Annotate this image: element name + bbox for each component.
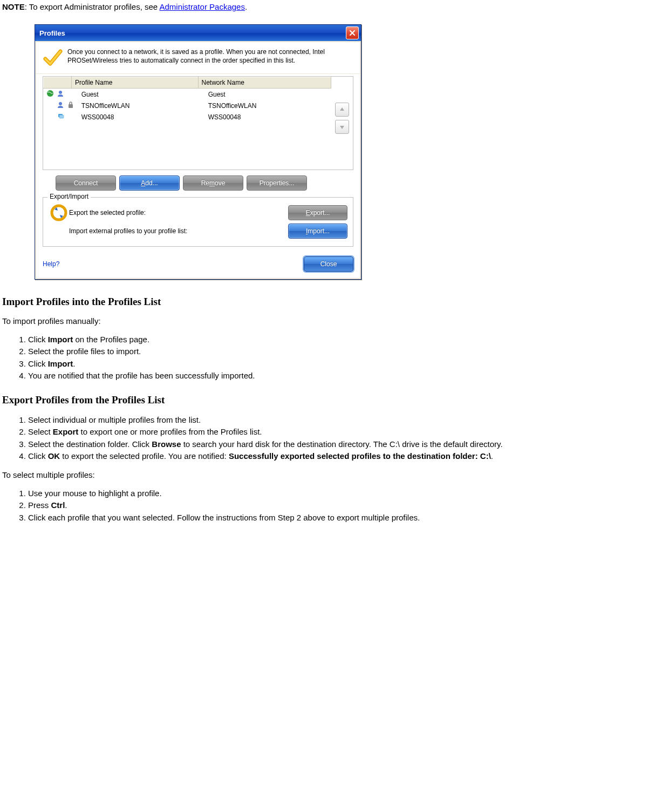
import-intro: To import profiles manually: (2, 316, 655, 326)
help-link[interactable]: Help? (43, 260, 59, 268)
user-icon (57, 91, 64, 99)
connect-button[interactable]: Connect (56, 175, 116, 191)
profiles-table[interactable]: Profile Name Network Name (43, 77, 331, 89)
network-name-cell: TSNOfficeWLAN (205, 100, 331, 111)
user-icon (57, 103, 64, 110)
close-icon[interactable] (346, 26, 359, 39)
profile-name-cell: Guest (78, 89, 205, 100)
network-name-cell: WSS00048 (205, 111, 331, 123)
multi-intro: To select multiple profiles: (2, 470, 655, 479)
import-heading: Import Profiles into the Profiles List (2, 296, 655, 308)
list-item: Use your mouse to highlight a profile. (28, 488, 655, 499)
export-import-group: Export/Import Export the selected profil… (43, 197, 353, 247)
note-text-after: . (245, 2, 247, 11)
table-row[interactable]: TSNOfficeWLAN TSNOfficeWLAN (43, 100, 331, 111)
close-button[interactable]: Close (304, 256, 353, 272)
export-steps: Select individual or multiple profiles f… (2, 415, 655, 462)
export-import-legend: Export/Import (47, 193, 91, 200)
list-item: Click each profile that you want selecte… (28, 512, 655, 523)
list-item: Click OK to export the selected profile.… (28, 451, 655, 462)
network-name-cell: Guest (205, 89, 331, 100)
checkmark-icon (42, 48, 63, 69)
profile-name-cell: TSNOfficeWLAN (78, 100, 205, 111)
table-row[interactable]: WSS00048 WSS00048 (43, 111, 331, 123)
globe-icon (46, 91, 54, 99)
lock-icon (67, 103, 74, 110)
import-label: Import external profiles to your profile… (69, 227, 288, 235)
list-item: Select the destination folder. Click Bro… (28, 439, 655, 450)
svg-rect-3 (69, 104, 73, 108)
add-button[interactable]: Add... (119, 175, 180, 191)
export-heading: Export Profiles from the Profiles List (2, 394, 655, 406)
list-item: You are notified that the profile has be… (28, 370, 655, 381)
col-network-name[interactable]: Network Name (198, 77, 331, 89)
dialog-title: Profiles (39, 29, 65, 37)
note-line: NOTE: To export Administrator profiles, … (2, 2, 655, 11)
export-label: Export the selected profile: (69, 209, 288, 216)
svg-point-6 (52, 206, 66, 220)
list-item: Select Export to export one or more prof… (28, 427, 655, 437)
note-text-before: : To export Administrator profiles, see (25, 2, 160, 11)
table-row[interactable]: Guest Guest (43, 89, 331, 100)
list-item: Select the profile files to import. (28, 346, 655, 357)
list-item: Click Import on the Profiles page. (28, 334, 655, 345)
svg-rect-5 (59, 115, 64, 118)
refresh-icon (49, 204, 69, 221)
dialog-titlebar: Profiles (35, 25, 361, 41)
profile-name-cell: WSS00048 (78, 111, 205, 123)
import-steps: Click Import on the Profiles page. Selec… (2, 334, 655, 381)
move-down-button[interactable] (335, 120, 349, 134)
svg-point-1 (59, 91, 62, 94)
properties-button[interactable]: Properties... (247, 175, 307, 191)
note-label: NOTE (2, 2, 25, 11)
profile-cards-icon (57, 114, 65, 121)
dialog-intro-text: Once you connect to a network, it is sav… (67, 48, 352, 69)
export-button[interactable]: Export... (288, 205, 347, 220)
profiles-dialog-screenshot: Profiles Once you connect to a network, … (35, 24, 655, 280)
remove-button[interactable]: Remove (183, 175, 243, 191)
list-item: Click Import. (28, 358, 655, 369)
list-item: Press Ctrl. (28, 500, 655, 511)
admin-packages-link[interactable]: Administrator Packages (160, 2, 245, 11)
list-item: Select individual or multiple profiles f… (28, 415, 655, 425)
col-icons[interactable] (44, 77, 72, 89)
import-button[interactable]: Import... (288, 224, 347, 239)
multi-steps: Use your mouse to highlight a profile. P… (2, 488, 655, 523)
svg-point-2 (59, 102, 62, 105)
move-up-button[interactable] (335, 103, 349, 117)
col-profile-name[interactable]: Profile Name (72, 77, 199, 89)
